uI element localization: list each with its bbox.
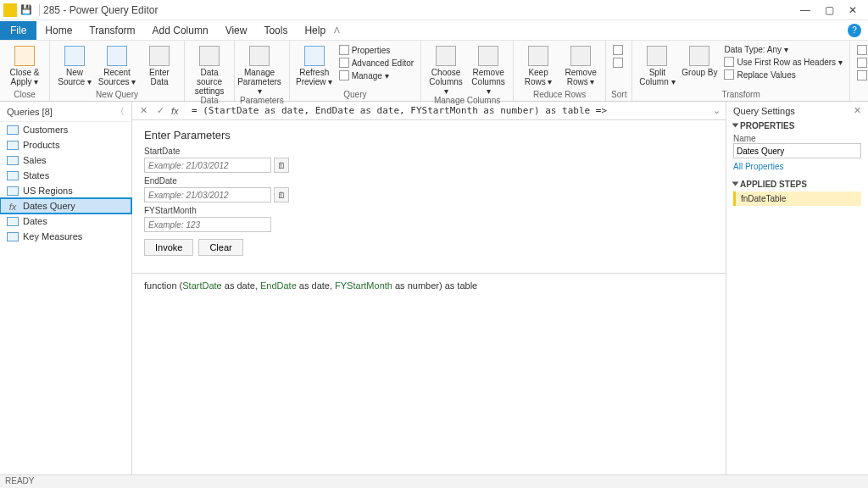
split-column-button[interactable]: Split Column ▾ (637, 44, 676, 86)
group-by-button[interactable]: Group By (680, 44, 719, 77)
query-item-sales[interactable]: Sales (0, 152, 131, 168)
merge-queries-button[interactable]: Merge Queries ▾ (855, 44, 868, 56)
choose-columns-button[interactable]: Choose Columns ▾ (426, 44, 465, 96)
fystartmonth-input[interactable] (144, 217, 271, 232)
keep-rows-button[interactable]: Keep Rows ▾ (519, 44, 558, 86)
enddate-input[interactable] (144, 187, 271, 202)
window-title: 285 - Power Query Editor (43, 4, 158, 16)
fx-icon: fx (171, 106, 186, 116)
data-source-settings-button[interactable]: Data source settings (190, 44, 229, 96)
ribbon-group-newquery: New Query (55, 90, 179, 100)
advanced-editor-button[interactable]: Advanced Editor (337, 57, 415, 69)
ribbon-group-query: Query (295, 90, 415, 100)
query-item-label: Key Measures (23, 231, 82, 241)
query-item-label: Sales (23, 155, 47, 165)
menu-home[interactable]: Home (36, 21, 81, 40)
help-icon[interactable]: ? (848, 24, 861, 37)
append-queries-button[interactable]: Append Queries ▾ (855, 57, 868, 69)
query-item-label: Dates (23, 216, 47, 226)
replace-values-button[interactable]: Replace Values (722, 69, 843, 80)
query-item-label: States (23, 170, 49, 180)
query-item-label: US Regions (23, 186, 73, 196)
menu-transform[interactable]: Transform (81, 21, 143, 40)
name-label: Name (733, 134, 861, 143)
queries-panel: Queries [8]〈 CustomersProductsSalesState… (0, 102, 132, 474)
formula-dropdown-icon[interactable]: ⌄ (713, 105, 721, 116)
ribbon-collapse-icon[interactable]: ᐱ (334, 25, 340, 35)
manage-button[interactable]: Manage ▾ (337, 69, 415, 81)
fx-icon: fx (7, 202, 19, 211)
properties-section[interactable]: PROPERTIES (740, 121, 794, 130)
enter-parameters-title: Enter Parameters (144, 129, 714, 141)
app-icon (3, 3, 17, 17)
table-icon (7, 186, 19, 196)
table-icon (7, 217, 19, 226)
menu-help[interactable]: Help (296, 21, 334, 40)
status-bar: READY (0, 474, 868, 488)
calendar-icon[interactable]: 🗓 (274, 158, 289, 173)
all-properties-link[interactable]: All Properties (733, 162, 861, 171)
invoke-button[interactable]: Invoke (144, 239, 193, 256)
query-item-states[interactable]: States (0, 168, 131, 183)
applied-step-item[interactable]: fnDateTable (733, 191, 861, 206)
query-item-label: Customers (23, 125, 68, 135)
remove-rows-button[interactable]: Remove Rows ▾ (561, 44, 600, 86)
ribbon-group-reducerows: Reduce Rows (519, 90, 600, 100)
query-settings-title: Query Settings (733, 106, 795, 116)
first-row-headers-button[interactable]: Use First Row as Headers ▾ (722, 56, 843, 68)
param-label-enddate: EndDate (144, 176, 714, 186)
refresh-preview-button[interactable]: Refresh Preview ▾ (295, 44, 334, 86)
query-item-dates-query[interactable]: fxDates Query (0, 198, 131, 214)
enter-data-button[interactable]: Enter Data (140, 44, 179, 86)
query-item-us-regions[interactable]: US Regions (0, 183, 131, 198)
query-item-key-measures[interactable]: Key Measures (0, 229, 131, 244)
combine-files-button[interactable]: Combine Files (855, 69, 868, 81)
menu-tools[interactable]: Tools (255, 21, 296, 40)
ribbon-group-sort: Sort (611, 90, 626, 100)
divider (132, 273, 726, 274)
minimize-button[interactable]: — (793, 4, 817, 16)
query-name-input[interactable] (733, 143, 861, 158)
query-item-label: Dates Query (23, 201, 75, 211)
manage-parameters-button[interactable]: Manage Parameters ▾ (240, 44, 279, 96)
table-icon (7, 141, 19, 150)
table-icon (7, 156, 19, 165)
sort-desc-button[interactable] (611, 57, 625, 69)
query-item-customers[interactable]: Customers (0, 122, 131, 137)
query-item-products[interactable]: Products (0, 137, 131, 152)
applied-steps-section[interactable]: APPLIED STEPS (740, 180, 807, 189)
properties-button[interactable]: Properties (337, 44, 415, 56)
close-apply-button[interactable]: Close & Apply ▾ (5, 44, 44, 86)
separator (39, 4, 40, 16)
ribbon-group-close: Close (5, 90, 44, 100)
table-icon (7, 125, 19, 135)
sort-asc-button[interactable] (611, 44, 625, 56)
clear-button[interactable]: Clear (198, 239, 242, 256)
menu-add-column[interactable]: Add Column (144, 21, 217, 40)
function-signature: function (StartDate as date, EndDate as … (132, 280, 726, 291)
formula-commit-icon[interactable]: ✓ (154, 105, 166, 116)
maximize-button[interactable]: ▢ (817, 4, 841, 16)
query-item-label: Products (23, 140, 59, 150)
formula-input[interactable] (192, 105, 708, 116)
ribbon-group-combine: Combine (855, 90, 868, 100)
file-menu[interactable]: File (0, 21, 36, 40)
data-type-button[interactable]: Data Type: Any ▾ (722, 44, 843, 55)
close-settings-icon[interactable]: ✕ (854, 105, 861, 116)
param-label-fystartmonth: FYStartMonth (144, 206, 714, 215)
menu-view[interactable]: View (217, 21, 256, 40)
collapse-queries-icon[interactable]: 〈 (115, 105, 125, 118)
queries-header: Queries [8] (7, 107, 53, 117)
close-window-button[interactable]: ✕ (841, 4, 865, 16)
query-item-dates[interactable]: Dates (0, 214, 131, 229)
recent-sources-button[interactable]: Recent Sources ▾ (97, 44, 136, 86)
new-source-button[interactable]: New Source ▾ (55, 44, 94, 86)
startdate-input[interactable] (144, 158, 271, 173)
ribbon-group-transform: Transform (637, 90, 843, 100)
calendar-icon[interactable]: 🗓 (274, 187, 289, 202)
save-icon[interactable]: 💾 (20, 4, 32, 16)
formula-cancel-icon[interactable]: ✕ (137, 105, 149, 116)
table-icon (7, 171, 19, 180)
remove-columns-button[interactable]: Remove Columns ▾ (469, 44, 508, 96)
table-icon (7, 232, 19, 241)
